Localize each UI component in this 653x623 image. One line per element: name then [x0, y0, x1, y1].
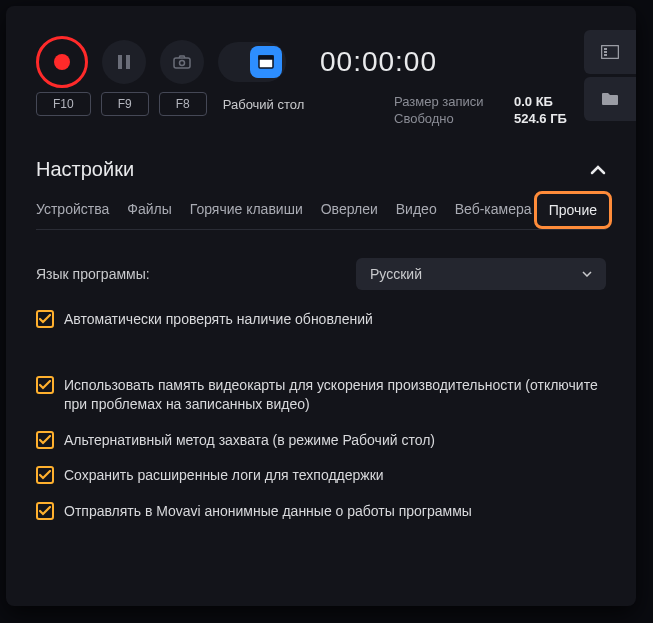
svg-rect-5	[126, 55, 130, 69]
chevron-down-icon	[582, 271, 592, 277]
timer-display: 00:00:00	[320, 46, 437, 78]
tab-devices[interactable]: Устройства	[36, 201, 109, 217]
tab-files[interactable]: Файлы	[127, 201, 171, 217]
tab-other[interactable]: Прочие	[534, 191, 612, 229]
svg-point-7	[180, 61, 185, 66]
svg-rect-6	[174, 58, 190, 68]
hotkey-screenshot[interactable]: F8	[159, 92, 207, 116]
mode-toggle[interactable]	[218, 42, 286, 82]
check-alt-capture[interactable]	[36, 431, 54, 449]
tab-video[interactable]: Видео	[396, 201, 437, 217]
record-button[interactable]	[36, 36, 88, 88]
settings-tabs: Устройства Файлы Горячие клавиши Оверлеи…	[36, 201, 606, 230]
svg-rect-2	[604, 51, 607, 53]
tab-hotkeys[interactable]: Горячие клавиши	[190, 201, 303, 217]
free-space-label: Свободно	[394, 111, 494, 126]
tab-overlays[interactable]: Оверлеи	[321, 201, 378, 217]
language-label: Язык программы:	[36, 266, 150, 282]
svg-rect-9	[259, 56, 273, 59]
svg-rect-4	[118, 55, 122, 69]
svg-rect-1	[604, 48, 607, 50]
mode-label: Рабочий стол	[223, 97, 305, 112]
pause-button[interactable]	[102, 40, 146, 84]
check-ext-logs-label: Сохранить расширенные логи для техподдер…	[64, 466, 384, 486]
check-gpu-accel-label: Использовать память видеокарты для ускор…	[64, 376, 606, 415]
check-auto-updates-label: Автоматически проверять наличие обновлен…	[64, 310, 373, 330]
language-select[interactable]: Русский	[356, 258, 606, 290]
settings-title: Настройки	[36, 158, 134, 181]
free-space-value: 524.6 ГБ	[514, 111, 567, 126]
language-value: Русский	[370, 266, 422, 282]
hotkey-record[interactable]: F10	[36, 92, 91, 116]
check-anon-data[interactable]	[36, 502, 54, 520]
check-anon-data-label: Отправлять в Movavi анонимные данные о р…	[64, 502, 472, 522]
check-gpu-accel[interactable]	[36, 376, 54, 394]
check-ext-logs[interactable]	[36, 466, 54, 484]
hotkey-pause[interactable]: F9	[101, 92, 149, 116]
tab-webcam[interactable]: Веб-камера	[455, 201, 532, 217]
check-alt-capture-label: Альтернативный метод захвата (в режиме Р…	[64, 431, 435, 451]
library-button[interactable]	[584, 30, 636, 74]
check-auto-updates[interactable]	[36, 310, 54, 328]
collapse-button[interactable]	[590, 161, 606, 179]
record-size-value: 0.0 КБ	[514, 94, 553, 109]
screenshot-button[interactable]	[160, 40, 204, 84]
record-size-label: Размер записи	[394, 94, 494, 109]
folder-button[interactable]	[584, 77, 636, 121]
svg-rect-3	[604, 54, 607, 56]
desktop-mode-icon	[250, 46, 282, 78]
